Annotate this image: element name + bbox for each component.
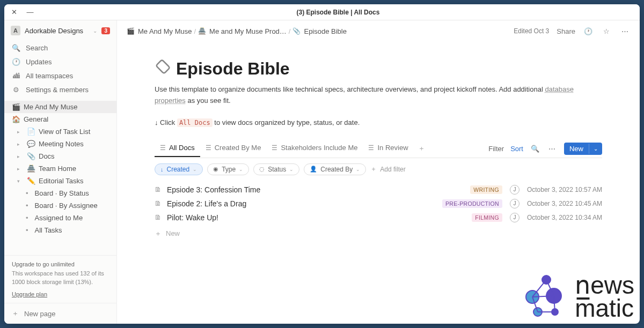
page-item[interactable]: •Assigned to Me — [4, 212, 116, 224]
plus-icon: ＋ — [12, 309, 19, 318]
page-title[interactable]: Episode Bible — [176, 59, 290, 79]
chip-label: Created By — [320, 166, 353, 173]
document-row[interactable]: 🗎 Episode 2: Life's a Drag PRE-PRODUCTIO… — [155, 197, 602, 211]
toggle-icon[interactable]: ▸ — [17, 154, 24, 159]
page-item[interactable]: ▸📄View of Task List — [4, 125, 116, 138]
list-icon: ☰ — [272, 144, 277, 152]
chip-label: Status — [268, 166, 286, 173]
page-item[interactable]: ▸💬Meeting Notes — [4, 138, 116, 150]
add-filter-button[interactable]: ＋ Add filter — [370, 165, 405, 174]
minimize-icon[interactable]: — — [27, 9, 33, 16]
document-row[interactable]: 🗎 Epsiode 3: Confession Time WRITING J O… — [155, 183, 602, 197]
star-icon[interactable]: ☆ — [601, 26, 612, 36]
page-item[interactable]: •All Tasks — [4, 224, 116, 236]
workspace-name: Adorkable Designs — [25, 27, 89, 35]
document-date: October 3, 2022 10:34 AM — [527, 214, 602, 221]
breadcrumb-item[interactable]: 🎬Me And My Muse — [127, 27, 192, 35]
chevron-down-icon: ⌄ — [356, 167, 360, 172]
chip-icon: ◉ — [213, 166, 218, 173]
window-title: (3) Episode Bible | All Docs — [43, 9, 633, 16]
page-item[interactable]: •Board · By Assignee — [4, 199, 116, 212]
teamspace-label: General — [24, 115, 48, 123]
status-badge: FILMING — [472, 213, 502, 222]
updates-icon: 🕐 — [12, 57, 20, 66]
page-icon: 🗎 — [155, 185, 162, 193]
view-options-icon[interactable]: ⋯ — [547, 144, 558, 154]
page-label: Meeting Notes — [39, 140, 84, 148]
notification-badge: 3 — [101, 27, 110, 34]
add-view-button[interactable]: ＋ — [414, 140, 429, 158]
page-icon[interactable] — [155, 59, 171, 79]
nav-updates[interactable]: 🕐Updates — [4, 55, 116, 69]
page-description[interactable]: Use this template to organize documents … — [155, 84, 602, 107]
breadcrumb-label: Me And My Muse — [138, 27, 192, 35]
hint-code: All Docs — [177, 118, 213, 127]
page-item[interactable]: ▾✏️Editorial Tasks — [4, 175, 116, 187]
breadcrumb-label: Episode Bible — [304, 27, 347, 35]
breadcrumb-item[interactable]: 🏯Me and My Muse Prod… — [198, 27, 287, 35]
document-title[interactable]: Episode 2: Life's a Drag — [167, 199, 246, 208]
toggle-icon[interactable]: ▾ — [17, 178, 24, 184]
page-label: Team Home — [39, 165, 76, 173]
nav-settings[interactable]: ⚙Settings & members — [4, 83, 116, 96]
page-icon: 🗎 — [155, 213, 162, 221]
breadcrumb-label: Me and My Muse Prod… — [209, 27, 287, 35]
page-icon: 📎 — [27, 152, 35, 160]
page-item[interactable]: ▸🏯Team Home — [4, 162, 116, 175]
chevron-down-icon: ⌄ — [93, 28, 97, 34]
teamspace-item[interactable]: 🎬Me And My Muse — [4, 101, 116, 113]
page-item[interactable]: ▸📎Docs — [4, 150, 116, 162]
document-title[interactable]: Epsiode 3: Confession Time — [167, 185, 260, 194]
status-badge: PRE-PRODUCTION — [442, 199, 502, 208]
breadcrumb-item[interactable]: 📎Episode Bible — [292, 27, 347, 35]
new-page-button[interactable]: ＋ New page — [4, 303, 116, 324]
filter-chip[interactable]: ↓Created⌄ — [155, 163, 203, 175]
teamspace-label: Me And My Muse — [24, 103, 77, 111]
chevron-down-icon[interactable]: ⌄ — [589, 144, 602, 154]
toggle-icon[interactable]: ▸ — [17, 129, 24, 135]
page-item[interactable]: •Board · By Status — [4, 187, 116, 199]
list-icon: ☰ — [368, 144, 374, 152]
toggle-icon[interactable]: ▸ — [17, 166, 24, 172]
clock-icon[interactable]: 🕐 — [583, 26, 594, 36]
workspace-avatar: A — [11, 26, 20, 35]
workspace-switcher[interactable]: A Adorkable Designs ⌄ 3 — [4, 20, 116, 41]
nav-search[interactable]: 🔍Search — [4, 41, 116, 55]
share-button[interactable]: Share — [557, 27, 575, 35]
filter-chip[interactable]: 👤Created By⌄ — [304, 163, 366, 175]
close-icon[interactable]: ✕ — [11, 9, 17, 16]
document-title[interactable]: Pilot: Wake Up! — [167, 213, 218, 222]
page-icon: 📄 — [27, 128, 35, 136]
db-tab[interactable]: ☰Created By Me — [200, 140, 267, 157]
db-tab[interactable]: ☰In Review — [363, 140, 413, 157]
more-icon[interactable]: ⋯ — [619, 26, 630, 36]
page-icon: ✏️ — [27, 177, 35, 185]
search-icon: 🔍 — [12, 43, 20, 52]
add-row-button[interactable]: ＋ New — [155, 225, 602, 243]
edited-label: Edited Oct 3 — [514, 27, 549, 35]
filter-chip[interactable]: ◌Status⌄ — [253, 163, 299, 175]
document-row[interactable]: 🗎 Pilot: Wake Up! FILMING J October 3, 2… — [155, 211, 602, 225]
database-tabs: ☰All Docs☰Created By Me☰Stakeholders Inc… — [155, 140, 602, 158]
sidebar: A Adorkable Designs ⌄ 3 🔍Search🕐Updates🏙… — [4, 20, 117, 324]
sort-button[interactable]: Sort — [510, 145, 523, 153]
nav-all-teamspaces[interactable]: 🏙All teamspaces — [4, 69, 116, 83]
page-label: Editorial Tasks — [39, 177, 84, 185]
upgrade-text: This workspace has used 132 of its 1000 … — [12, 269, 109, 287]
author-avatar: J — [510, 199, 519, 208]
teamspace-item[interactable]: 🏠General — [4, 113, 116, 125]
search-icon[interactable]: 🔍 — [530, 144, 540, 154]
filter-button[interactable]: Filter — [488, 145, 504, 153]
nav-label: Search — [26, 44, 48, 52]
plus-icon: ＋ — [155, 229, 162, 238]
topbar: 🎬Me And My Muse/🏯Me and My Muse Prod…/📎E… — [117, 20, 640, 42]
chip-icon: ↓ — [160, 166, 164, 173]
db-tab[interactable]: ☰All Docs — [155, 140, 200, 157]
upgrade-plan-link[interactable]: Upgrade plan — [12, 290, 47, 299]
all-teamspaces-icon: 🏙 — [12, 71, 20, 80]
filter-chip[interactable]: ◉Type⌄ — [207, 163, 249, 175]
new-entry-button[interactable]: New ⌄ — [564, 143, 602, 155]
toggle-icon[interactable]: ▸ — [17, 141, 24, 147]
db-tab[interactable]: ☰Stakeholders Include Me — [266, 140, 363, 157]
breadcrumb-icon: 🏯 — [198, 27, 206, 35]
